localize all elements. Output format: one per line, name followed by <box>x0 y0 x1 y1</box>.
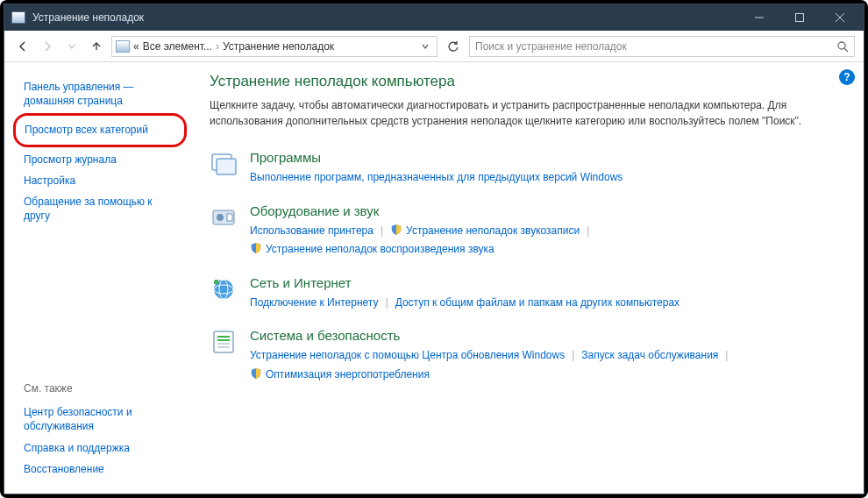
link-separator: | <box>587 222 589 241</box>
troubleshoot-window: Устранение неполадок « Все элемент... › … <box>4 4 864 494</box>
troubleshooter-link[interactable]: Устранение неполадок звукозаписи <box>390 222 580 241</box>
sidebar-home[interactable]: Панель управления — домашняя страница <box>24 76 178 111</box>
help-button[interactable]: ? <box>839 69 855 85</box>
sidebar-remote-help[interactable]: Обращение за помощью к другу <box>24 191 178 226</box>
up-button[interactable] <box>87 37 106 56</box>
shield-icon <box>250 242 262 254</box>
titlebar: Устранение неполадок <box>4 4 864 31</box>
breadcrumb-prefix: « <box>133 40 139 53</box>
svg-point-9 <box>217 214 224 221</box>
search-box[interactable] <box>469 36 855 57</box>
page-description: Щелкните задачу, чтобы автоматически диа… <box>210 97 823 129</box>
category-links: Использование принтера|Устранение непола… <box>250 222 834 260</box>
category-links: Выполнение программ, предназначенных для… <box>250 168 834 188</box>
breadcrumb-dropdown[interactable] <box>417 42 433 51</box>
main-panel: ? Устранение неполадок компьютера Щелкни… <box>189 62 864 494</box>
seealso-heading: См. также <box>24 379 178 402</box>
troubleshooter-link[interactable]: Выполнение программ, предназначенных для… <box>250 168 623 188</box>
troubleshooter-link[interactable]: Использование принтера <box>250 222 374 241</box>
troubleshooter-link[interactable]: Подключение к Интернету <box>250 294 379 313</box>
content-body: Панель управления — домашняя страница Пр… <box>4 62 864 494</box>
chevron-right-icon[interactable]: › <box>216 40 219 53</box>
back-button[interactable] <box>13 37 32 56</box>
link-separator: | <box>725 346 728 366</box>
seealso-help[interactable]: Справка и поддержка <box>24 438 178 459</box>
programs-icon <box>210 150 238 178</box>
page-title: Устранение неполадок компьютера <box>210 73 834 90</box>
forward-button[interactable] <box>38 37 57 56</box>
shield-icon <box>390 224 402 236</box>
breadcrumb-parent[interactable]: Все элемент... <box>143 40 212 53</box>
svg-line-5 <box>844 48 848 52</box>
category-links: Подключение к Интернету|Доступ к общим ф… <box>250 294 834 313</box>
shield-icon <box>250 367 262 380</box>
svg-rect-14 <box>214 331 233 352</box>
troubleshooter-link[interactable]: Устранение неполадок с помощью Центра об… <box>250 346 565 366</box>
sidebar-settings[interactable]: Настройка <box>24 170 178 191</box>
category-system: Система и безопасностьУстранение неполад… <box>210 328 834 384</box>
svg-rect-10 <box>227 214 232 221</box>
svg-rect-7 <box>217 159 236 174</box>
category-network: Сеть и ИнтернетПодключение к Интернету|Д… <box>210 275 834 313</box>
system-icon <box>210 328 238 356</box>
category-title[interactable]: Оборудование и звук <box>250 203 834 218</box>
category-title[interactable]: Программы <box>250 150 834 165</box>
close-button[interactable] <box>820 4 860 31</box>
category-hardware: Оборудование и звукИспользование принтер… <box>210 203 834 260</box>
seealso-recovery[interactable]: Восстановление <box>24 459 178 480</box>
link-separator: | <box>572 346 574 366</box>
link-separator: | <box>381 222 383 241</box>
search-input[interactable] <box>475 40 836 53</box>
breadcrumb-current[interactable]: Устранение неполадок <box>223 40 334 53</box>
seealso-security-center[interactable]: Центр безопасности и обслуживания <box>24 402 178 437</box>
maximize-button[interactable] <box>779 4 820 31</box>
link-separator: | <box>386 294 388 313</box>
annotation-highlight: Просмотр всех категорий <box>13 113 187 146</box>
navbar: « Все элемент... › Устранение неполадок <box>4 31 864 62</box>
app-icon <box>11 11 25 24</box>
location-icon <box>116 40 130 53</box>
sidebar-history[interactable]: Просмотр журнала <box>24 149 178 170</box>
svg-rect-1 <box>796 14 804 22</box>
svg-point-4 <box>838 42 845 49</box>
category-title[interactable]: Система и безопасность <box>250 328 834 343</box>
search-icon[interactable] <box>836 40 849 53</box>
network-icon <box>210 275 238 303</box>
troubleshooter-link[interactable]: Запуск задач обслуживания <box>581 346 718 366</box>
troubleshooter-link[interactable]: Оптимизация энергопотребления <box>250 366 430 385</box>
category-links: Устранение неполадок с помощью Центра об… <box>250 346 834 384</box>
sidebar-view-all[interactable]: Просмотр всех категорий <box>25 119 175 140</box>
troubleshooter-link[interactable]: Доступ к общим файлам и папкам на других… <box>395 294 679 313</box>
refresh-button[interactable] <box>443 36 464 57</box>
breadcrumb[interactable]: « Все элемент... › Устранение неполадок <box>111 36 438 57</box>
minimize-button[interactable] <box>739 4 779 31</box>
recent-dropdown[interactable] <box>62 37 82 56</box>
troubleshooter-link[interactable]: Устранение неполадок воспроизведения зву… <box>250 240 494 260</box>
category-programs: ПрограммыВыполнение программ, предназнач… <box>210 150 834 188</box>
window-title: Устранение неполадок <box>32 11 739 24</box>
hardware-icon <box>210 203 238 231</box>
sidebar: Панель управления — домашняя страница Пр… <box>4 62 189 494</box>
category-title[interactable]: Сеть и Интернет <box>250 275 834 290</box>
